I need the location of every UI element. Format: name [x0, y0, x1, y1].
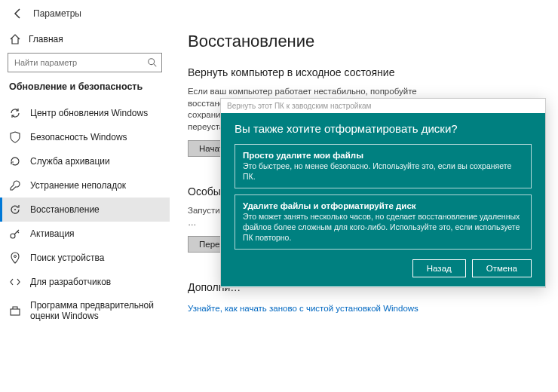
dialog-frame-title: Вернуть этот ПК к заводским настройкам: [221, 99, 545, 113]
sidebar-item-label: Активация: [30, 228, 75, 239]
sidebar-item-label: Центр обновления Windows: [30, 108, 148, 118]
option-title: Просто удалите мои файлы: [243, 151, 523, 160]
backup-icon: [9, 155, 21, 167]
search-field[interactable]: [8, 53, 162, 72]
sidebar-item-label: Программа предварительной оценки Windows: [30, 300, 161, 322]
sidebar-item-insider[interactable]: Программа предварительной оценки Windows: [0, 294, 170, 328]
sidebar-item-label: Безопасность Windows: [30, 132, 127, 142]
sidebar-item-troubleshoot[interactable]: Устранение неполадок: [0, 173, 170, 198]
sidebar-item-activation[interactable]: Активация: [0, 222, 170, 246]
sidebar-section-header: Обновление и безопасность: [0, 81, 170, 101]
svg-point-0: [149, 59, 155, 65]
fresh-start-link[interactable]: Узнайте, как начать заново с чистой уста…: [188, 304, 418, 313]
sidebar-item-label: Устранение неполадок: [30, 180, 126, 191]
sidebar-item-label: Поиск устройства: [30, 253, 104, 263]
titlebar: Параметры: [0, 0, 558, 27]
sidebar-item-backup[interactable]: Служба архивации: [0, 149, 170, 173]
sidebar-item-developers[interactable]: Для разработчиков: [0, 270, 170, 294]
sidebar-home-label: Главная: [29, 34, 63, 44]
sidebar-item-recovery[interactable]: Восстановление: [0, 198, 170, 222]
window-title: Параметры: [33, 8, 81, 19]
shield-icon: [9, 131, 21, 143]
search-input[interactable]: [8, 53, 162, 72]
sidebar-item-find-device[interactable]: Поиск устройства: [0, 246, 170, 270]
dialog-body: Вы также хотите отформатировать диски? П…: [221, 113, 545, 286]
home-icon: [9, 33, 21, 45]
sidebar-home[interactable]: Главная: [0, 27, 170, 53]
sidebar-item-label: Для разработчиков: [30, 277, 111, 287]
arrow-left-icon: [12, 8, 24, 20]
code-icon: [9, 276, 21, 288]
option-remove-and-format[interactable]: Удалите файлы и отформатируйте диск Это …: [235, 194, 532, 250]
option-title: Удалите файлы и отформатируйте диск: [243, 201, 523, 210]
dialog-back-button[interactable]: Назад: [412, 259, 466, 277]
key-icon: [9, 228, 21, 240]
wrench-icon: [9, 179, 21, 191]
recovery-icon: [9, 204, 21, 216]
option-desc: Это быстрее, но менее безопасно. Использ…: [243, 161, 523, 182]
reset-heading: Вернуть компьютер в исходное состояние: [188, 66, 540, 78]
reset-dialog: Вернуть этот ПК к заводским настройкам В…: [220, 98, 546, 288]
sidebar-item-label: Служба архивации: [30, 156, 110, 167]
svg-rect-5: [11, 309, 20, 315]
option-just-remove-files[interactable]: Просто удалите мои файлы Это быстрее, но…: [235, 144, 532, 188]
sidebar-item-update[interactable]: Центр обновления Windows: [0, 101, 170, 125]
svg-point-2: [14, 209, 16, 210]
page-title: Восстановление: [188, 32, 540, 51]
sidebar: Главная Обновление и безопасность Центр …: [0, 27, 170, 392]
svg-line-1: [154, 64, 157, 67]
insider-icon: [9, 305, 21, 317]
sidebar-item-security[interactable]: Безопасность Windows: [0, 125, 170, 149]
location-icon: [9, 252, 21, 264]
dialog-heading: Вы также хотите отформатировать диски?: [235, 122, 532, 135]
option-desc: Это может занять несколько часов, но сде…: [243, 212, 523, 243]
back-button[interactable]: [9, 5, 27, 23]
search-icon: [147, 57, 158, 68]
svg-point-4: [14, 256, 17, 258]
sidebar-item-label: Восстановление: [30, 204, 100, 215]
dialog-cancel-button[interactable]: Отмена: [472, 259, 532, 277]
sync-icon: [9, 107, 21, 119]
